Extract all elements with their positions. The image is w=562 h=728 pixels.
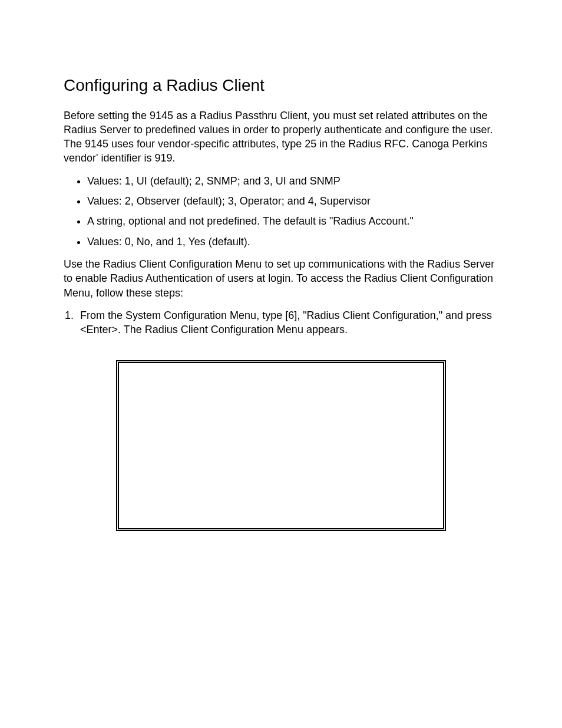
- document-page: Configuring a Radius Client Before setti…: [0, 0, 562, 728]
- bullet-text: A string, optional and not predefined. T…: [87, 214, 498, 228]
- bullet-text: Values: 2, Observer (default); 3, Operat…: [87, 194, 498, 208]
- attribute-bullet-list: Values: 1, UI (default); 2, SNMP; and 3,…: [64, 174, 498, 249]
- list-item: Values: 2, Observer (default); 3, Operat…: [87, 194, 498, 208]
- list-item: Values: 1, UI (default); 2, SNMP; and 3,…: [87, 174, 498, 188]
- bullet-text: Values: 1, UI (default); 2, SNMP; and 3,…: [87, 174, 498, 188]
- steps-list: From the System Configuration Menu, type…: [64, 308, 498, 337]
- bullet-text: Values: 0, No, and 1, Yes (default).: [87, 235, 498, 249]
- configuration-menu-box: [116, 360, 446, 531]
- step-item: From the System Configuration Menu, type…: [77, 308, 498, 337]
- usage-paragraph: Use the Radius Client Configuration Menu…: [64, 257, 498, 300]
- step-text: From the System Configuration Menu, type…: [80, 309, 492, 335]
- intro-paragraph: Before setting the 9145 as a Radius Pass…: [64, 108, 498, 166]
- list-item: A string, optional and not predefined. T…: [87, 214, 498, 228]
- list-item: Values: 0, No, and 1, Yes (default).: [87, 235, 498, 249]
- page-title: Configuring a Radius Client: [64, 75, 498, 95]
